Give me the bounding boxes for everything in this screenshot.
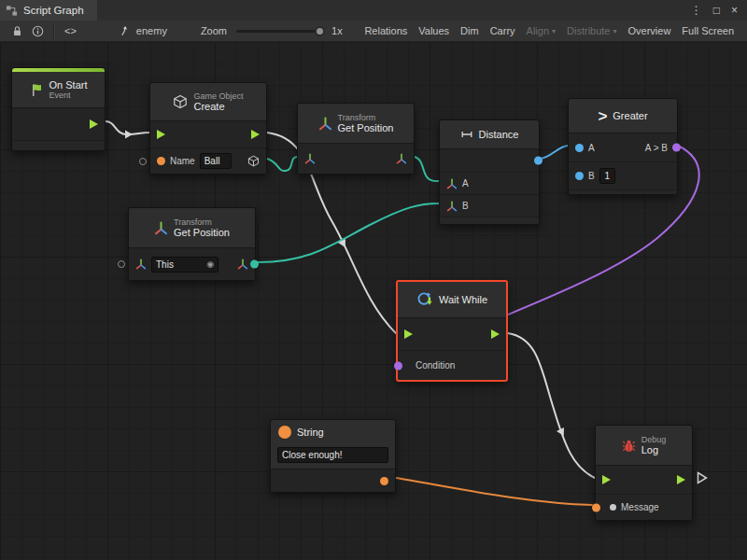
maximize-icon[interactable]: □ — [713, 4, 720, 17]
node-title: Log — [641, 444, 667, 456]
carry-button[interactable]: Carry — [485, 25, 521, 36]
node-header: Debug Log — [596, 426, 692, 465]
close-icon[interactable]: × — [731, 4, 738, 17]
exec-input-port[interactable] — [602, 475, 611, 484]
input-a-port[interactable] — [575, 144, 584, 152]
dim-button[interactable]: Dim — [455, 25, 485, 36]
string-output-port[interactable] — [380, 477, 388, 485]
node-header: Game Object Create — [150, 83, 266, 120]
toolbar-button-group: Relations Values Dim Carry Align▾ Distri… — [359, 25, 740, 36]
node-category: Game Object — [193, 91, 243, 101]
unconnected-port-ring — [118, 260, 125, 268]
overview-button[interactable]: Overview — [623, 25, 677, 36]
input-b-row: B — [569, 161, 677, 189]
graph-breadcrumb[interactable]: enemy — [120, 25, 167, 37]
exec-input-port[interactable] — [157, 130, 165, 139]
info-icon[interactable] — [27, 25, 49, 37]
object-picker-icon[interactable]: ◉ — [206, 260, 214, 269]
node-footer — [12, 140, 105, 150]
cube-icon — [173, 94, 188, 109]
align-button[interactable]: Align▾ — [521, 25, 561, 36]
input-b-port[interactable] — [575, 172, 584, 180]
chevron-down-icon: ▾ — [552, 27, 556, 35]
node-wait-while[interactable]: Wait While Condition — [396, 280, 508, 382]
node-distance[interactable]: Distance A B — [439, 119, 540, 225]
input-a-label: A — [588, 143, 595, 153]
result-output-row — [440, 149, 539, 172]
exec-input-port[interactable] — [404, 329, 413, 339]
node-title: Greater — [613, 110, 647, 121]
node-on-start-event[interactable]: On Start Event — [11, 67, 106, 151]
message-input-port[interactable] — [610, 504, 616, 511]
distribute-button[interactable]: Distribute▾ — [561, 25, 622, 36]
result-output-label: A > B — [645, 143, 668, 153]
node-title: On Start — [49, 79, 88, 91]
exec-output-port[interactable] — [491, 329, 500, 339]
target-object-field[interactable]: This ◉ — [151, 257, 218, 273]
vector3-input-b-port[interactable] — [446, 201, 458, 212]
vector3-input-a-port[interactable] — [446, 178, 458, 189]
tab-script-graph[interactable]: Script Graph — [0, 0, 97, 21]
zoom-slider[interactable] — [236, 30, 322, 33]
wire-create-to-get-position — [267, 157, 297, 171]
name-port-label: Name — [170, 156, 195, 166]
string-icon — [278, 426, 291, 439]
graph-name: enemy — [136, 25, 167, 36]
vector3-output-port[interactable] — [237, 259, 248, 270]
result-output-port[interactable] — [672, 144, 681, 152]
node-category: Transform — [338, 113, 394, 122]
vector3-output-port[interactable] — [396, 153, 407, 164]
graph-pointer-icon — [120, 25, 132, 37]
value-ports-row — [298, 144, 414, 174]
name-value-field[interactable] — [200, 153, 232, 169]
exec-ports-row — [398, 318, 506, 350]
node-title: Get Position — [174, 227, 230, 239]
values-button[interactable]: Values — [413, 25, 455, 36]
code-preview-button[interactable]: <> — [59, 25, 82, 36]
exec-output-port[interactable] — [677, 475, 685, 484]
transform-input-port[interactable] — [135, 259, 147, 270]
condition-port-row: Condition — [398, 350, 506, 380]
relations-button[interactable]: Relations — [359, 25, 413, 36]
graph-canvas[interactable]: On Start Event Game Object Create — [0, 42, 747, 560]
condition-label: Condition — [416, 360, 455, 371]
greater-icon: > — [598, 108, 607, 124]
lock-icon[interactable] — [7, 25, 27, 37]
full-screen-button[interactable]: Full Screen — [676, 25, 740, 36]
node-header: String — [271, 420, 395, 444]
align-label: Align — [527, 25, 549, 36]
node-greater[interactable]: > Greater A A > B B — [568, 98, 678, 195]
node-category: Debug — [641, 435, 667, 444]
connected-output-port[interactable] — [250, 260, 259, 269]
node-game-object-create[interactable]: Game Object Create Name — [149, 82, 267, 175]
node-title: String — [297, 427, 324, 438]
chevron-down-icon: ▾ — [613, 27, 617, 35]
distance-icon — [460, 128, 473, 141]
zoom-slider-knob[interactable] — [315, 26, 325, 36]
node-get-position-2[interactable]: Transform Get Position This ◉ — [128, 207, 256, 281]
node-get-position-1[interactable]: Transform Get Position — [297, 103, 415, 175]
condition-input-port[interactable] — [394, 361, 402, 370]
target-object-value: This — [156, 259, 174, 270]
exec-output-port[interactable] — [90, 119, 98, 129]
value-ports-row: This ◉ — [129, 248, 255, 280]
exec-ports-row — [150, 121, 266, 147]
node-string-literal[interactable]: String — [270, 419, 396, 493]
string-value-field[interactable] — [277, 447, 388, 463]
node-category: Transform — [174, 217, 230, 227]
string-output-row — [271, 469, 395, 492]
name-input-port[interactable] — [157, 157, 165, 165]
wait-clock-icon — [416, 291, 433, 308]
exec-output-port[interactable] — [251, 130, 260, 139]
transform-input-port[interactable] — [304, 153, 316, 164]
graph-toolbar: <> enemy Zoom 1x Relations Values Dim Ca… — [0, 21, 747, 42]
name-port-row: Name — [150, 147, 266, 174]
game-object-output-port[interactable] — [247, 155, 260, 167]
distance-output-port[interactable] — [534, 157, 543, 165]
node-debug-log[interactable]: Debug Log Message — [595, 425, 693, 521]
b-value-field[interactable] — [599, 168, 615, 184]
input-a-row: A — [440, 172, 539, 194]
window-menu-icon[interactable]: ⋮ — [691, 4, 702, 17]
node-title: Get Position — [338, 122, 394, 134]
node-footer — [569, 189, 677, 194]
